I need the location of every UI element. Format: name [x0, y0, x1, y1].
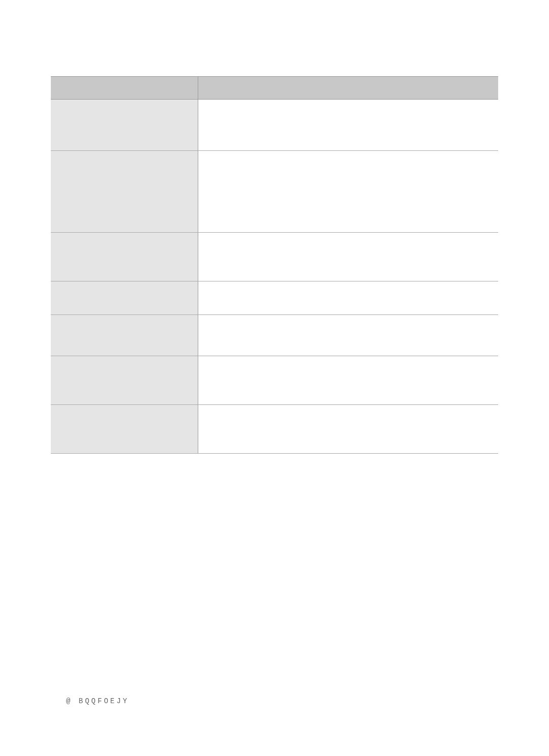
table-row [51, 100, 498, 151]
cell-right [198, 315, 498, 356]
cell-right [198, 356, 498, 404]
cell-right [198, 233, 498, 281]
cell-left [51, 151, 198, 232]
data-table [51, 76, 498, 454]
table-row [51, 233, 498, 281]
cell-left [51, 405, 198, 453]
footer-text: @ BQQFOEJY [66, 697, 129, 705]
cell-left [51, 315, 198, 356]
table-row [51, 281, 498, 315]
cell-left [51, 100, 198, 150]
table-row [51, 405, 498, 454]
cell-left [51, 233, 198, 281]
cell-right [198, 100, 498, 150]
table-row [51, 151, 498, 233]
cell-left [51, 281, 198, 314]
table-header-row [51, 77, 498, 100]
table-row [51, 315, 498, 356]
cell-right [198, 405, 498, 453]
header-cell-left [51, 77, 198, 99]
cell-left [51, 356, 198, 404]
header-cell-right [198, 77, 498, 99]
cell-right [198, 281, 498, 314]
cell-right [198, 151, 498, 232]
table-row [51, 356, 498, 405]
